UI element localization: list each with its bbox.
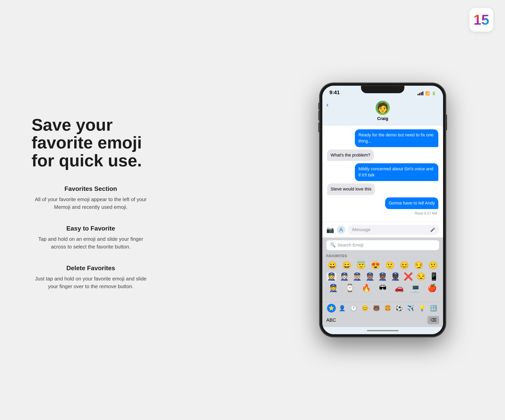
message-bubble: Steve would love this [327,183,438,195]
signal-bar-4 [422,91,423,95]
emoji-keyboard: 🔍 Search Emoji FAVORITES 😀 😄 😇 😍 🙂 😊 😏 😕 [322,237,443,327]
delete-button[interactable]: ⌫ [428,316,439,325]
input-placeholder: iMessage [352,227,371,232]
feature-favorites-section: Favorites Section All of your favorite e… [32,185,150,211]
food-tab[interactable]: 🍔 [383,305,393,312]
smileys-tab[interactable]: 😊 [360,305,370,312]
emoji-item[interactable]: 🚗 [394,284,404,293]
contact-name: Craig [377,116,388,121]
message-bubble: Mildly concerned about Siri's voice and … [327,163,438,181]
emoji-item[interactable]: 😕 [428,261,438,270]
message-bubble: Gonna have to tell Andy [327,197,438,209]
emoji-item[interactable]: 😄 [342,261,352,270]
emoji-item[interactable]: 💻 [410,284,421,293]
feature-title-delete: Delete Favorites [32,264,150,272]
appstore-icon[interactable]: A [337,226,345,234]
emoji-item-selected[interactable]: 👮 [326,272,336,281]
symbols-tab[interactable]: 🔣 [429,305,438,312]
avatar-emoji: 🧑 [377,102,389,113]
notch [361,86,404,93]
phone-screen: 9:41 📶 🔋 ‹ 🧑 Craig [322,86,443,334]
abc-label[interactable]: ABC [326,318,336,323]
sent-message-2: Mildly concerned about Siri's voice and … [355,163,438,181]
contact-avatar: 🧑 [376,101,390,115]
power-button [446,115,447,130]
feature-desc-favorites: All of your favorite emoji appear to the… [32,196,150,211]
phone-container: 9:41 📶 🔋 ‹ 🧑 Craig [320,83,450,337]
favorites-tab[interactable]: ⭐ [327,304,336,313]
signal-bar-2 [419,93,420,95]
emoji-item[interactable]: 🕶 [378,284,388,293]
ios-version-number: 15 [473,12,489,28]
home-indicator-bar [322,327,443,334]
left-panel: Save your favorite emoji for quick use. … [32,116,150,304]
back-button[interactable]: ‹ [326,101,329,109]
emoji-row-2: 👮 👮🏻 👮🏼 👮🏽 👮🏾 👮🏿 ❌ 😒 📱 [322,271,443,282]
recents-tab[interactable]: 👤 [337,305,347,312]
emoji-item[interactable]: 🔥 [361,284,372,293]
main-title: Save your favorite emoji for quick use. [32,116,150,169]
sent-message-3: Gonna have to tell Andy [385,197,438,209]
status-time: 9:41 [329,89,340,95]
emoji-item[interactable]: 👮🏼 [352,272,362,281]
imessage-header: ‹ 🧑 Craig [322,97,443,125]
emoji-item[interactable]: 👮 [328,284,339,293]
sent-message-1: Ready for the demo but need to fix one t… [355,129,438,147]
signal-strength-icon [418,91,423,95]
messages-area: Ready for the demo but need to fix one t… [322,125,443,222]
received-message-2: Steve would love this [327,183,375,195]
phone-frame: 9:41 📶 🔋 ‹ 🧑 Craig [320,83,446,337]
emoji-search-field[interactable]: 🔍 Search Emoji [326,240,439,250]
emoji-item[interactable]: 😒 [416,272,426,281]
wifi-icon: 📶 [425,91,430,95]
home-bar [367,330,398,331]
input-bar: 📷 A iMessage 🎤 [322,222,443,237]
emoji-item[interactable]: 👮🏿 [390,272,401,281]
emoji-item[interactable]: ⌚ [345,284,355,293]
animals-tab[interactable]: 🐻 [372,305,381,312]
signal-bar-1 [418,94,419,95]
emoji-item[interactable]: 👮🏾 [378,272,388,281]
emoji-item[interactable]: 😇 [356,261,366,270]
feature-desc-delete: Just tap and hold on your favorite emoji… [32,275,150,290]
objects-tab[interactable]: 💡 [417,305,427,312]
emoji-item[interactable]: 📱 [429,272,439,281]
keyboard-abc-row: ABC ⌫ [322,315,443,327]
feature-desc-easy: Tap and hold on an emoji and slide your … [32,235,150,251]
status-icons: 📶 🔋 [418,91,436,95]
emoji-item[interactable]: 😀 [327,261,338,270]
feature-title-favorites: Favorites Section [32,185,150,192]
emoji-row-3: 👮 ⌚ 🔥 🕶 🚗 💻 🍎 [322,282,443,294]
favorites-section-label: FAVORITES [322,253,443,260]
emoji-item[interactable]: 🙂 [385,261,395,270]
emoji-item[interactable]: ❌ [403,272,413,281]
keyboard-bottom-bar: ⭐ 👤 🕐 😊 🐻 🍔 ⚽ ✈️ 💡 🔣 [322,302,443,315]
volume-down-button [318,122,320,132]
emoji-item[interactable]: 😍 [371,261,381,270]
clock-tab[interactable]: 🕐 [348,305,359,312]
travel-tab[interactable]: ✈️ [406,305,416,312]
read-receipt: Read 9:37 AM [327,211,438,216]
emoji-row-1: 😀 😄 😇 😍 🙂 😊 😏 😕 [322,260,443,271]
emoji-item[interactable]: 👮🏻 [339,272,349,281]
activities-tab[interactable]: ⚽ [394,305,404,312]
emoji-item[interactable]: 👮🏽 [365,272,375,281]
silent-switch [318,103,320,110]
emoji-search-bar: 🔍 Search Emoji [322,237,443,253]
emoji-spacer [322,294,443,302]
voice-icon: 🎤 [430,227,435,232]
message-input[interactable]: iMessage 🎤 [348,225,439,235]
message-bubble: Ready for the demo but need to fix one t… [327,129,438,147]
battery-icon: 🔋 [432,91,436,95]
search-icon: 🔍 [330,242,335,248]
feature-title-easy: Easy to Favorite [32,225,150,232]
signal-bar-3 [421,92,422,95]
feature-delete-section: Delete Favorites Just tap and hold on yo… [32,264,150,290]
search-placeholder: Search Emoji [338,242,363,248]
emoji-item[interactable]: 😊 [399,261,410,270]
emoji-item[interactable]: 🍎 [427,284,437,293]
feature-easy-section: Easy to Favorite Tap and hold on an emoj… [32,225,150,251]
volume-up-button [318,110,320,120]
emoji-item[interactable]: 😏 [414,261,424,270]
camera-icon[interactable]: 📷 [326,226,334,234]
